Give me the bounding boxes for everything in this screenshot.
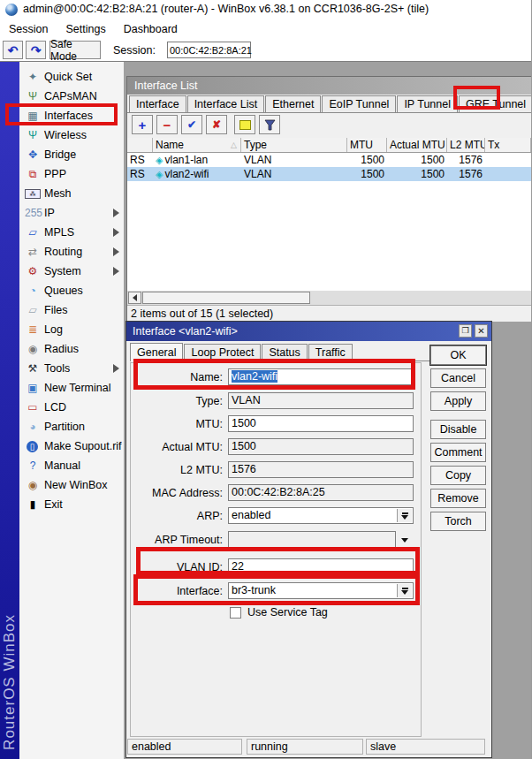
sidebar-item-new-winbox[interactable]: ◉New WinBox xyxy=(19,475,124,495)
log-icon: ≣ xyxy=(25,323,41,336)
sidebar-item-quick-set[interactable]: ✦Quick Set xyxy=(19,67,124,87)
vlan-interface-icon: ◈ xyxy=(156,155,163,165)
interface-list-toolbar: + − ✔ ✘ xyxy=(127,113,531,137)
ok-button[interactable]: OK xyxy=(430,345,486,365)
cancel-button[interactable]: Cancel xyxy=(430,368,486,388)
filter-button[interactable] xyxy=(259,115,280,134)
sidebar-item-mpls[interactable]: ▱MPLS xyxy=(19,223,124,242)
interface-label: Interface: xyxy=(131,585,223,597)
sidebar-item-interfaces[interactable]: ▦Interfaces xyxy=(19,106,124,125)
sidebar-item-ppp[interactable]: ⧉PPP xyxy=(19,164,124,184)
general-form-panel: Name: vlan2-wifi Type: VLAN MTU: 1500 Ac… xyxy=(130,362,422,737)
tab-gre-tunnel[interactable]: GRE Tunnel xyxy=(459,95,531,112)
tab-ip-tunnel[interactable]: IP Tunnel xyxy=(397,95,458,112)
add-button[interactable]: + xyxy=(132,115,153,134)
dropdown-arrow-icon[interactable] xyxy=(397,509,412,522)
apply-button[interactable]: Apply xyxy=(430,391,486,411)
session-field[interactable]: 00:0C:42:B2:8A:21 xyxy=(167,42,251,58)
mpls-icon: ▱ xyxy=(25,226,41,239)
disable-button[interactable]: ✘ xyxy=(206,115,227,134)
sidebar-item-partition[interactable]: ◕Partition xyxy=(19,417,124,436)
mtu-field-row: MTU: 1500 xyxy=(131,415,421,433)
menu-settings[interactable]: Settings xyxy=(57,21,114,37)
comment-button[interactable]: Comment xyxy=(430,443,486,462)
sidebar-item-manual[interactable]: ?Manual xyxy=(19,456,124,475)
torch-button[interactable]: Torch xyxy=(430,512,486,531)
arp-dropdown[interactable]: enabled xyxy=(228,507,414,524)
antenna-icon: Ψ xyxy=(25,129,41,141)
name-label: Name: xyxy=(131,371,223,383)
arp-timeout-dropdown[interactable] xyxy=(228,531,396,548)
sidebar-item-queues[interactable]: ◔Queues xyxy=(19,281,124,300)
wand-icon: ✦ xyxy=(25,71,41,83)
interface-list-window-title[interactable]: Interface List xyxy=(127,77,531,95)
menu-dashboard[interactable]: Dashboard xyxy=(115,21,186,37)
enable-button[interactable]: ✔ xyxy=(181,115,202,134)
scrollbar-thumb[interactable] xyxy=(142,292,310,304)
tab-general[interactable]: General xyxy=(130,343,183,361)
mtu-input[interactable]: 1500 xyxy=(228,415,414,432)
disable-button[interactable]: Disable xyxy=(430,420,486,439)
col-tx[interactable]: Tx xyxy=(485,138,531,152)
antenna-icon: Ψ xyxy=(25,90,41,102)
tab-eoip-tunnel[interactable]: EoIP Tunnel xyxy=(322,95,396,112)
horizontal-scrollbar[interactable] xyxy=(127,291,531,305)
status-enabled: enabled xyxy=(127,739,242,755)
maximize-icon[interactable]: ❒ xyxy=(459,324,472,338)
tab-interface-list[interactable]: Interface List xyxy=(187,95,265,112)
name-input[interactable]: vlan2-wifi xyxy=(228,368,414,385)
col-type[interactable]: Type xyxy=(241,138,347,152)
tab-interface[interactable]: Interface xyxy=(129,95,186,112)
submenu-arrow-icon xyxy=(113,247,119,256)
table-row-vlan1-lan[interactable]: RS ◈vlan1-lan VLAN 1500 1500 1576 xyxy=(127,153,531,167)
sidebar-item-routing[interactable]: ⇄Routing xyxy=(19,242,124,262)
col-actual-mtu[interactable]: Actual MTU xyxy=(387,138,447,152)
sidebar-item-new-terminal[interactable]: ▣New Terminal xyxy=(19,378,124,398)
tab-traffic[interactable]: Traffic xyxy=(308,344,353,361)
sidebar-item-make-supout[interactable]: ▯Make Supout.rif xyxy=(19,436,124,456)
app-titlebar: admin@00:0C:42:B2:8A:21 (router-A) - Win… xyxy=(0,0,532,19)
safe-mode-button[interactable]: Safe Mode xyxy=(49,41,101,59)
close-icon[interactable]: ✕ xyxy=(475,324,488,338)
col-mtu[interactable]: MTU xyxy=(347,138,387,152)
sidebar-item-radius[interactable]: ◉Radius xyxy=(19,339,124,359)
sidebar-item-wireless[interactable]: ΨWireless xyxy=(19,125,124,145)
sidebar-item-exit[interactable]: ▮Exit xyxy=(19,495,124,514)
comment-button[interactable] xyxy=(234,115,255,134)
remove-button[interactable]: Remove xyxy=(430,489,486,508)
remove-button[interactable]: − xyxy=(156,115,178,134)
dialog-titlebar[interactable]: Interface <vlan2-wifi> xyxy=(126,322,491,341)
vlan-id-input[interactable]: 22 xyxy=(228,558,414,575)
sidebar-item-log[interactable]: ≣Log xyxy=(19,320,124,339)
col-flags[interactable] xyxy=(127,138,153,152)
sidebar-item-capsman[interactable]: ΨCAPsMAN xyxy=(19,87,124,106)
copy-button[interactable]: Copy xyxy=(430,466,486,485)
sidebar-item-system[interactable]: ⚙System xyxy=(19,262,124,281)
tab-ethernet[interactable]: Ethernet xyxy=(265,95,321,112)
sidebar-item-files[interactable]: ▱Files xyxy=(19,300,124,320)
dropdown-arrow-icon[interactable] xyxy=(397,584,412,597)
winbox-logo-icon xyxy=(5,4,18,16)
table-row-vlan2-wifi-selected[interactable]: RS ◈vlan2-wifi VLAN 1500 1500 1576 xyxy=(127,167,531,181)
sidebar-item-mesh[interactable]: ⁂Mesh xyxy=(19,184,124,203)
tab-loop-protect[interactable]: Loop Protect xyxy=(184,344,261,361)
undo-button[interactable]: ↶ xyxy=(3,41,23,59)
scroll-left-button[interactable] xyxy=(128,292,141,304)
sidebar-item-lcd[interactable]: ▭LCD xyxy=(19,398,124,417)
dropdown-arrow-icon[interactable] xyxy=(401,538,408,543)
interface-list-window: Interface List Interface Interface List … xyxy=(126,76,532,321)
tab-status[interactable]: Status xyxy=(262,344,307,361)
submenu-arrow-icon xyxy=(113,267,119,276)
bridge-icon: ✥ xyxy=(25,148,41,161)
menu-session[interactable]: Session xyxy=(0,21,57,37)
use-service-tag-checkbox[interactable] xyxy=(230,607,241,619)
sidebar-item-ip[interactable]: 255IP xyxy=(19,203,124,223)
col-name[interactable]: Name△ xyxy=(153,138,241,152)
col-l2-mtu[interactable]: L2 MTU xyxy=(447,138,485,152)
interface-dropdown[interactable]: br3-trunk xyxy=(228,582,414,599)
arp-label: ARP: xyxy=(131,510,223,522)
terminal-icon: ▣ xyxy=(25,382,41,394)
sidebar-item-bridge[interactable]: ✥Bridge xyxy=(19,145,124,164)
sidebar-item-tools[interactable]: ⚒Tools xyxy=(19,359,124,378)
redo-button[interactable]: ↷ xyxy=(26,41,46,59)
